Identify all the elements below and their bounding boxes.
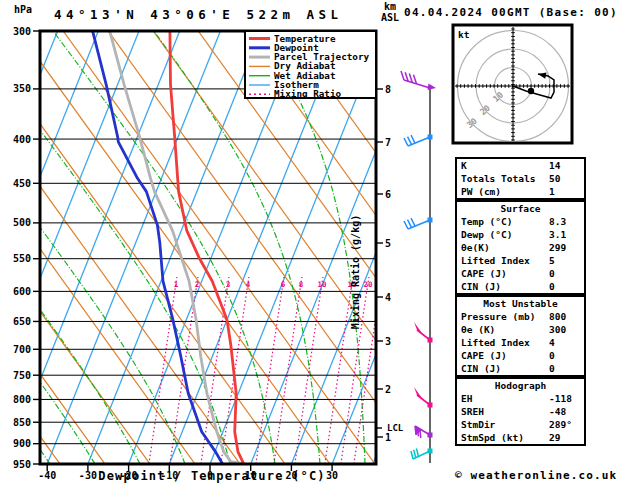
barb-arrowhead — [428, 84, 437, 90]
km-tick-label: 3 — [385, 336, 391, 347]
mixing-ratio-value-label: 6 — [281, 280, 286, 289]
barb-feather — [408, 220, 412, 228]
wet-adiabat-line — [430, 32, 455, 464]
altitude-axis-unit: km ASL — [374, 1, 406, 23]
barb-feather — [411, 135, 415, 143]
hodograph-unit-label: kt — [458, 29, 469, 40]
pressure-tick-label: 750 — [13, 370, 31, 381]
barb-feather — [411, 218, 415, 226]
index-value: 0 — [549, 349, 584, 362]
pressure-tick-label: 300 — [13, 26, 31, 37]
index-row: CIN (J)0 — [457, 280, 584, 293]
pressure-tick-label: 800 — [13, 394, 31, 405]
index-row: K14 — [457, 159, 584, 172]
barb-feather — [404, 138, 408, 146]
index-label: CIN (J) — [461, 280, 549, 293]
index-row: EH-118 — [457, 392, 584, 405]
mixing-ratio-value-label: 1 — [174, 280, 179, 289]
pressure-tick-label: 600 — [13, 286, 31, 297]
indices-group: HodographEH-118SREH-48StmDir289°StmSpd (… — [455, 377, 586, 446]
index-row: SREH-48 — [457, 405, 584, 418]
mixing-ratio-axis-label: Mixing Ratio (g/kg) — [350, 215, 361, 329]
pressure-tick-label: 350 — [13, 83, 31, 94]
barb-feather — [411, 451, 413, 459]
wind-barb — [411, 448, 433, 459]
index-value: 29 — [549, 431, 584, 444]
index-label: PW (cm) — [461, 185, 549, 198]
datetime-label: 04.04.2024 00GMT (Base: 00) — [404, 6, 618, 19]
index-label: EH — [461, 392, 549, 405]
pressure-tick-label: 950 — [13, 459, 31, 470]
wind-barb-dot — [428, 449, 433, 454]
indices-group-title: Most Unstable — [457, 297, 584, 310]
barb-feather — [416, 448, 418, 456]
index-row: θe (K)300 — [457, 323, 584, 336]
index-row: Temp (°C)8.3 — [457, 215, 584, 228]
km-tick-label: 6 — [385, 189, 391, 200]
index-row: CIN (J)0 — [457, 362, 584, 375]
index-value: 0 — [549, 362, 584, 375]
indices-group-title: Surface — [457, 202, 584, 215]
index-label: Dewp (°C) — [461, 228, 549, 241]
index-row: Dewp (°C)3.1 — [457, 228, 584, 241]
index-value: 1 — [549, 185, 584, 198]
hodograph-storm-dot — [528, 88, 534, 94]
hodograph: 102030kt — [453, 25, 572, 143]
mixing-ratio-value-label: 2 — [195, 280, 200, 289]
index-value: 0 — [549, 267, 584, 280]
km-tick-label: 7 — [385, 137, 391, 148]
km-tick-label: 2 — [385, 384, 391, 395]
wind-barb-dot — [428, 433, 433, 438]
km-tick-label: 4 — [385, 292, 391, 303]
page-title: 44°13'N 43°06'E 522m ASL — [54, 7, 343, 22]
wind-barb — [404, 135, 433, 147]
index-label: θe(K) — [461, 241, 549, 254]
indices-group: K14Totals Totals50PW (cm)1 — [455, 157, 586, 200]
km-tick-label: 8 — [385, 84, 391, 95]
index-value: -48 — [549, 405, 584, 418]
mixing-ratio-value-label: 3 — [226, 280, 231, 289]
index-label: SREH — [461, 405, 549, 418]
index-label: Totals Totals — [461, 172, 549, 185]
barb-feather — [404, 221, 408, 229]
index-value: 5 — [549, 254, 584, 267]
km-tick-label: 5 — [385, 238, 391, 249]
index-row: Lifted Index4 — [457, 336, 584, 349]
indices-panel: K14Totals Totals50PW (cm)1SurfaceTemp (°… — [455, 157, 586, 446]
index-label: CAPE (J) — [461, 267, 549, 280]
copyright: © weatheronline.co.uk — [455, 469, 617, 482]
indices-group: SurfaceTemp (°C)8.3Dewp (°C)3.1θe(K)299L… — [455, 200, 586, 295]
index-value: 3.1 — [549, 228, 584, 241]
index-row: CAPE (J)0 — [457, 267, 584, 280]
index-row: Totals Totals50 — [457, 172, 584, 185]
barb-feather — [408, 137, 412, 145]
mixing-ratio-value-label: 20 — [363, 280, 373, 289]
mixing-ratio-value-label: 25 — [376, 280, 385, 289]
skewt-sounding-page: 1234681015202530035040045050055060065070… — [0, 0, 629, 486]
wind-barb-dot — [428, 135, 433, 140]
x-axis-label: Dewpoint / Temperature (°C) — [77, 469, 347, 483]
index-value: 50 — [549, 172, 584, 185]
wet-adiabat-line — [587, 32, 590, 464]
chart-legend: TemperatureDewpointParcel TrajectoryDry … — [245, 31, 376, 99]
index-label: Lifted Index — [461, 254, 549, 267]
wind-barb-dot — [428, 218, 433, 223]
index-value: 4 — [549, 336, 584, 349]
pressure-tick-label: 650 — [13, 316, 31, 327]
barb-feather — [414, 450, 416, 458]
pressure-tick-label: 900 — [13, 438, 31, 449]
index-label: Temp (°C) — [461, 215, 549, 228]
index-row: θe(K)299 — [457, 241, 584, 254]
wind-barb — [404, 218, 433, 230]
index-label: Pressure (mb) — [461, 310, 549, 323]
wind-barb-column — [401, 71, 436, 463]
mixing-ratio-line — [295, 277, 323, 464]
index-value: 800 — [549, 310, 584, 323]
pressure-tick-label: 550 — [13, 253, 31, 264]
index-row: StmSpd (kt)29 — [457, 431, 584, 444]
index-value: 8.3 — [549, 215, 584, 228]
index-label: CAPE (J) — [461, 349, 549, 362]
index-row: CAPE (J)0 — [457, 349, 584, 362]
index-label: Lifted Index — [461, 336, 549, 349]
index-value: 299 — [549, 241, 584, 254]
